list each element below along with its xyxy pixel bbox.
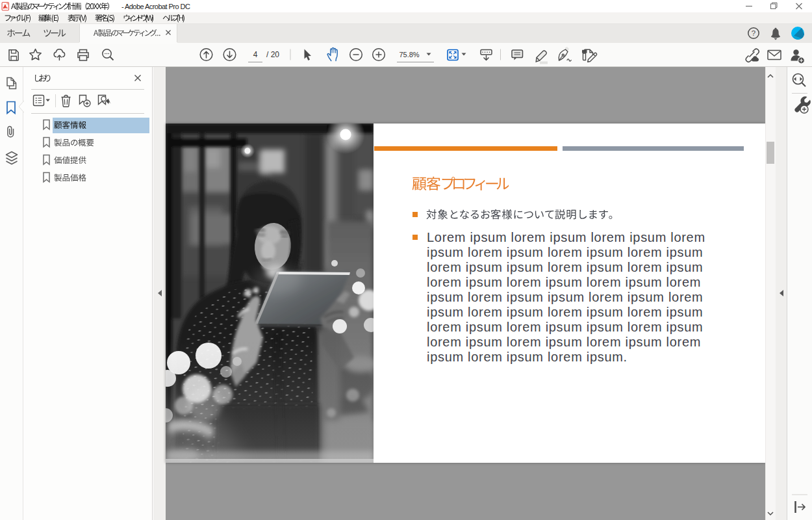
svg-text:/ 20: / 20	[266, 50, 279, 59]
svg-text:?: ?	[752, 29, 755, 37]
svg-text:4: 4	[253, 50, 258, 59]
svg-text:75.8%: 75.8%	[399, 51, 419, 58]
